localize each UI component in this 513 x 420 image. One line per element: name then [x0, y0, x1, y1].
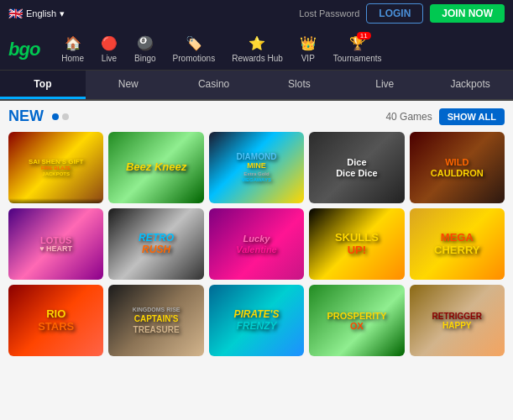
nav-label-home: Home	[61, 54, 84, 63]
game-tile[interactable]: RETRIGGER HAPPY	[410, 285, 505, 356]
dot-1[interactable]	[52, 113, 59, 120]
bingo-icon: 🎱	[137, 35, 154, 51]
game-tile[interactable]: RIO STARS	[8, 285, 103, 356]
tab-slots[interactable]: Slots	[256, 71, 342, 99]
game-tile-deco: KINGDOMS RISE CAPTAIN'S TREASURE	[108, 285, 203, 356]
section-title-area: NEW	[8, 108, 69, 125]
game-tile[interactable]: WILD CAULDRON	[410, 132, 505, 203]
game-tile[interactable]: Beez Kneez	[108, 132, 203, 203]
tab-live[interactable]: Live	[342, 71, 427, 99]
game-tile[interactable]: Lucky Valentine	[209, 208, 304, 280]
login-button[interactable]: LOGIN	[366, 3, 423, 24]
nav-item-tournaments[interactable]: 🏆11 Tournaments	[325, 30, 390, 68]
game-tile-deco: RETRIGGER HAPPY	[410, 285, 505, 356]
tab-new[interactable]: New	[86, 71, 171, 99]
game-tile-deco: Dice Dice Dice	[309, 132, 404, 203]
games-count: 40 Games	[385, 111, 432, 123]
language-label: English	[26, 8, 56, 18]
tournaments-icon: 🏆11	[349, 35, 366, 51]
flag-icon: 🇬🇧	[8, 7, 23, 20]
game-tile-deco: WILD CAULDRON	[410, 132, 505, 203]
tournament-badge: 11	[357, 32, 371, 39]
game-tile[interactable]: SAI SHEN'S GIFT FIRE BLAZE JACKPOTS	[8, 132, 103, 203]
nav-item-bingo[interactable]: 🎱 Bingo	[126, 30, 165, 68]
rewards-icon: ⭐	[249, 35, 265, 51]
game-tile-deco: PROSPERITY OX	[309, 285, 404, 356]
game-tile[interactable]: PIRATE'S FRENZY	[209, 285, 304, 356]
game-tile-deco: LOTUS ♥ HEART	[8, 208, 103, 280]
join-button[interactable]: JOIN NOW	[430, 4, 505, 23]
nav-item-rewards[interactable]: ⭐ Rewards Hub	[223, 30, 291, 68]
section-actions: 40 Games SHOW ALL	[385, 108, 505, 125]
game-tile-deco: SAI SHEN'S GIFT FIRE BLAZE JACKPOTS	[8, 132, 103, 203]
logo-text: bgo	[8, 39, 39, 60]
game-tile[interactable]: RETRO RUSH	[108, 208, 203, 280]
game-tile-deco: PIRATE'S FRENZY	[209, 285, 304, 356]
promotions-icon: 🏷️	[186, 35, 202, 51]
nav-item-promotions[interactable]: 🏷️ Promotions	[165, 30, 224, 68]
nav-label-rewards: Rewards Hub	[232, 54, 283, 63]
game-tile-deco: RIO STARS	[8, 285, 103, 356]
game-tile-deco: MEGA CHERRY	[410, 208, 505, 280]
game-tile[interactable]: KINGDOMS RISE CAPTAIN'S TREASURE	[108, 285, 203, 356]
nav-label-bingo: Bingo	[134, 54, 156, 63]
game-tile[interactable]: Dice Dice Dice	[309, 132, 404, 203]
game-tile-deco: RETRO RUSH	[108, 208, 203, 280]
tab-top[interactable]: Top	[0, 71, 86, 99]
chevron-down-icon: ▾	[60, 8, 65, 19]
game-tile[interactable]: DIAMOND MINE Extra Gold MEGAWAYS	[209, 132, 304, 203]
tab-jackpots[interactable]: Jackpots	[427, 71, 513, 99]
nav-label-promotions: Promotions	[173, 54, 216, 63]
tab-casino[interactable]: Casino	[171, 71, 257, 99]
game-tile-deco: SKULLS UP!	[309, 208, 404, 280]
game-tile[interactable]: MEGA CHERRY	[410, 208, 505, 280]
nav-bar: bgo 🏠 Home 🔴 Live 🎱 Bingo 🏷️ Promotions …	[0, 27, 513, 71]
section-title: NEW	[8, 108, 44, 125]
nav-label-live: Live	[102, 54, 117, 63]
game-tile-deco: Lucky Valentine	[209, 208, 304, 280]
category-tabs: Top New Casino Slots Live Jackpots	[0, 71, 513, 101]
nav-item-vip[interactable]: 👑 VIP	[291, 30, 325, 68]
game-grid: SAI SHEN'S GIFT FIRE BLAZE JACKPOTS Beez…	[8, 132, 505, 356]
game-tile-deco: DIAMOND MINE Extra Gold MEGAWAYS	[209, 132, 304, 203]
show-all-button[interactable]: SHOW ALL	[439, 108, 505, 125]
nav-item-live[interactable]: 🔴 Live	[92, 30, 126, 68]
pagination-dots	[52, 113, 69, 120]
nav-item-home[interactable]: 🏠 Home	[53, 30, 92, 68]
game-tile[interactable]: LOTUS ♥ HEART	[8, 208, 103, 280]
lost-password-link[interactable]: Lost Password	[299, 8, 359, 18]
nav-items: 🏠 Home 🔴 Live 🎱 Bingo 🏷️ Promotions ⭐ Re…	[53, 30, 505, 68]
home-icon: 🏠	[65, 35, 81, 51]
dot-2[interactable]	[62, 113, 69, 120]
nav-label-vip: VIP	[301, 54, 315, 63]
game-tile-deco: Beez Kneez	[108, 132, 203, 203]
site-logo[interactable]: bgo	[8, 39, 39, 60]
header-auth: Lost Password LOGIN JOIN NOW	[299, 3, 505, 24]
language-selector[interactable]: 🇬🇧 English ▾	[8, 7, 65, 20]
game-label	[8, 198, 103, 203]
vip-icon: 👑	[300, 35, 317, 51]
game-tile[interactable]: PROSPERITY OX	[309, 285, 404, 356]
game-tile[interactable]: SKULLS UP!	[309, 208, 404, 280]
nav-label-tournaments: Tournaments	[333, 54, 382, 63]
header: 🇬🇧 English ▾ Lost Password LOGIN JOIN NO…	[0, 0, 513, 27]
main-content: NEW 40 Games SHOW ALL SAI SHEN'S GIFT FI…	[0, 101, 513, 420]
section-header: NEW 40 Games SHOW ALL	[8, 108, 505, 125]
live-icon: 🔴	[101, 35, 118, 51]
